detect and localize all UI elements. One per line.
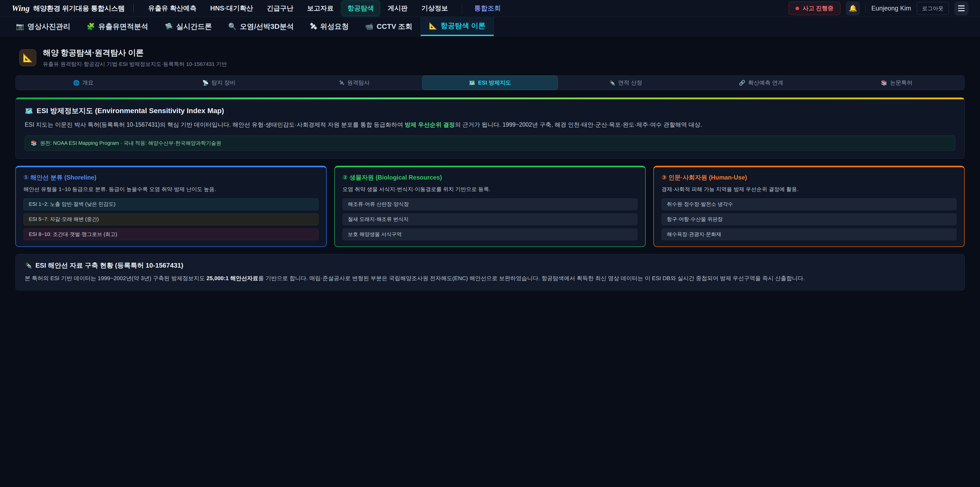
nav-item-integrated-search[interactable]: 통합조회: [469, 1, 506, 16]
drone-icon: 🛸: [165, 22, 173, 30]
nav-item-board[interactable]: 게시판: [382, 1, 413, 16]
map-icon: 🗺️: [25, 107, 33, 115]
sub-navigation-bar: 📷 영상사진관리 🧩 유출유면적분석 🛸 실시간드론 🔍 오염/선박3D분석 🛰…: [0, 17, 980, 36]
logout-button[interactable]: 로그아웃: [917, 2, 949, 15]
page-header: 📐 해양 항공탐색·원격탐사 이론 유출유 원격탐지·항공감시 기법·ESI 방…: [19, 48, 965, 68]
map-icon: 🗺️: [469, 80, 475, 86]
esi-source-box: 📚 원전: NOAA ESI Mapping Program · 국내 적용: …: [25, 136, 955, 151]
esi-construction-panel: ✒️ ESI 해안선 자료 구축 현황 (등록특허 10-1567431) 본 …: [15, 254, 965, 291]
logo-wing-icon: Wing: [12, 3, 30, 13]
tab-label: 개요: [83, 79, 94, 86]
incident-status-badge: 사고 진행중: [789, 2, 840, 15]
page-header-text: 해양 항공탐색·원격탐사 이론 유출유 원격탐지·항공감시 기법·ESI 방제정…: [43, 48, 227, 68]
tab-area-calculation[interactable]: ✒️ 면적 산정: [558, 76, 694, 90]
main-menu: 유출유 확산예측 HNS·대기확산 긴급구난 보고자료 항공탐색 게시판 기상정…: [142, 1, 506, 16]
nav-item-aerial-search[interactable]: 항공탐색: [342, 1, 380, 16]
esi-card-body: ESI 지도는 이문진 박사 특허(등록특허 10-1567431)의 핵심 기…: [25, 120, 955, 129]
shoreline-card-desc: 해안선 유형을 1~10 등급으로 분류. 등급이 높을수록 오염 취약·방제 …: [24, 186, 318, 193]
video-camera-icon: 📹: [365, 22, 373, 30]
satellite-icon: 🛰: [339, 80, 344, 86]
subtab-aerial-search-theory[interactable]: 📐 항공탐색 이론: [421, 17, 494, 36]
esi-grade-row-high: ESI 8~10: 조간대·갯벌·맹그로브 (최고): [24, 228, 318, 240]
biological-row: 철새 도래지·해조류 번식지: [342, 214, 638, 225]
link-icon: 🔗: [739, 80, 745, 86]
construction-body: 본 특허의 ESI 기반 데이터는 1999~2002년(약 3년) 구축된 방…: [25, 274, 955, 283]
subtab-label: 위성요청: [320, 22, 348, 31]
nav-item-oil-spill-prediction[interactable]: 유출유 확산예측: [142, 1, 202, 16]
page-header-ruler-icon: 📐: [19, 49, 36, 66]
section-tab-strip: 🌐 개요 📡 탐지 장비 🛰 원격탐사 🗺️ ESI 방제지도 ✒️ 면적 산정…: [15, 75, 965, 90]
subtab-label: 영상사진관리: [27, 22, 70, 31]
nav-item-hns-atmospheric[interactable]: HNS·대기확산: [205, 1, 259, 16]
construction-title: ESI 해안선 자료 구축 현황 (등록특허 10-1567431): [35, 261, 183, 270]
user-name: Eunjeong Kim: [871, 5, 911, 12]
tab-label: 논문특허: [890, 79, 912, 86]
hamburger-menu-button[interactable]: [955, 2, 968, 15]
tab-label: 면적 산정: [618, 79, 642, 86]
tab-label: 원격탐사: [347, 79, 369, 86]
pen-icon: ✒️: [25, 262, 32, 269]
subtab-realtime-drone[interactable]: 🛸 실시간드론: [156, 17, 220, 36]
app-title: 해양환경 위기대응 통합시스템: [33, 4, 125, 13]
tab-papers-patents[interactable]: 📚 논문특허: [829, 76, 964, 90]
subtab-label: 실시간드론: [176, 22, 212, 31]
tab-esi-map[interactable]: 🗺️ ESI 방제지도: [422, 76, 558, 90]
antenna-icon: 📡: [202, 80, 209, 86]
gradient-accent-bar: [16, 97, 964, 99]
subtab-cctv-view[interactable]: 📹 CCTV 조회: [357, 17, 420, 36]
bell-icon: 🔔: [849, 4, 857, 12]
human-use-row: 해수욕장·관광지·문화재: [662, 228, 956, 240]
subtab-label: 유출유면적분석: [98, 22, 148, 31]
esi-highlight-text: 방제 우선순위 결정: [405, 121, 455, 128]
human-use-row: 취수원·정수장·발전소 냉각수: [662, 198, 956, 210]
books-icon: 📚: [881, 80, 887, 86]
human-use-card-desc: 경제·사회적 피해 가능 지역을 방제 우선순위 결정에 활용.: [662, 186, 956, 193]
shoreline-card-title: ① 해안선 분류 (Shoreline): [24, 173, 318, 182]
page-content: 📐 해양 항공탐색·원격탐사 이론 유출유 원격탐지·항공감시 기법·ESI 방…: [0, 36, 980, 291]
shoreline-card: ① 해안선 분류 (Shoreline) 해안선 유형을 1~10 등급으로 분…: [15, 166, 327, 247]
subtab-pollution-ship-3d[interactable]: 🔍 오염/선박3D분석: [220, 17, 302, 36]
esi-grade-row-mid: ESI 5~7: 자갈·모래 해변 (중간): [24, 214, 318, 225]
biological-card: ② 생물자원 (Biological Resources) 오염 취약 생물 서…: [334, 166, 646, 247]
esi-source-text: 원전: NOAA ESI Mapping Program · 국내 적용: 해양…: [40, 140, 221, 147]
nav-item-emergency-rescue[interactable]: 긴급구난: [261, 1, 299, 16]
nav-item-weather-info[interactable]: 기상정보: [416, 1, 453, 16]
pen-icon: ✒️: [609, 80, 615, 86]
hamburger-icon: [958, 5, 965, 6]
app-logo: Wing 해양환경 위기대응 통합시스템: [12, 3, 124, 13]
biological-row: 해조류·어류 산란장·양식장: [342, 198, 638, 210]
scale-bold-text: 25,000:1 해안선자료: [207, 275, 258, 281]
globe-icon: 🌐: [73, 80, 80, 86]
subtab-oil-area-analysis[interactable]: 🧩 유출유면적분석: [78, 17, 156, 36]
satellite-icon: 🛰: [310, 22, 317, 30]
nav-divider: [133, 5, 134, 12]
biological-card-desc: 오염 취약 생물 서식지·번식지·이동경로를 위치 기반으로 등록.: [342, 186, 638, 193]
triangle-ruler-icon: 📐: [429, 22, 437, 30]
esi-card-title-row: 🗺️ ESI 방제정보지도 (Environmental Sensitivity…: [25, 106, 955, 116]
tab-detection-equipment[interactable]: 📡 탐지 장비: [151, 76, 286, 90]
subtab-satellite-request[interactable]: 🛰 위성요청: [302, 17, 357, 36]
books-icon: 📚: [30, 140, 37, 146]
human-use-card-title: ③ 인문·사회자원 (Human-Use): [662, 173, 956, 182]
biological-row: 보호 해양생물 서식구역: [342, 228, 638, 240]
esi-overview-card: 🗺️ ESI 방제정보지도 (Environmental Sensitivity…: [15, 97, 965, 158]
nav-item-reports[interactable]: 보고자료: [301, 1, 339, 16]
topnav-right-cluster: 사고 진행중 🔔 Eunjeong Kim 로그아웃: [789, 2, 968, 15]
magnifier-icon: 🔍: [228, 22, 236, 30]
incident-badge-label: 사고 진행중: [803, 4, 834, 12]
tab-label: 탐지 장비: [212, 79, 235, 86]
tab-diffusion-prediction-link[interactable]: 🔗 확산예측 연계: [694, 76, 829, 90]
resource-cards-row: ① 해안선 분류 (Shoreline) 해안선 유형을 1~10 등급으로 분…: [15, 166, 965, 247]
tab-label: 확산예측 연계: [748, 79, 783, 86]
tab-remote-sensing[interactable]: 🛰 원격탐사: [286, 76, 422, 90]
tab-overview[interactable]: 🌐 개요: [16, 76, 151, 90]
top-navigation-bar: Wing 해양환경 위기대응 통합시스템 유출유 확산예측 HNS·대기확산 긴…: [0, 0, 980, 17]
notification-bell-button[interactable]: 🔔: [846, 2, 860, 15]
page-title: 해양 항공탐색·원격탐사 이론: [43, 48, 227, 58]
puzzle-icon: 🧩: [86, 22, 95, 30]
human-use-card: ③ 인문·사회자원 (Human-Use) 경제·사회적 피해 가능 지역을 방…: [653, 166, 965, 247]
subtab-image-photo-management[interactable]: 📷 영상사진관리: [8, 17, 78, 36]
subtab-label: 항공탐색 이론: [441, 21, 485, 30]
esi-grade-row-low: ESI 1~2: 노출 암반·절벽 (낮은 민감도): [24, 198, 318, 210]
tab-label: ESI 방제지도: [478, 79, 511, 86]
